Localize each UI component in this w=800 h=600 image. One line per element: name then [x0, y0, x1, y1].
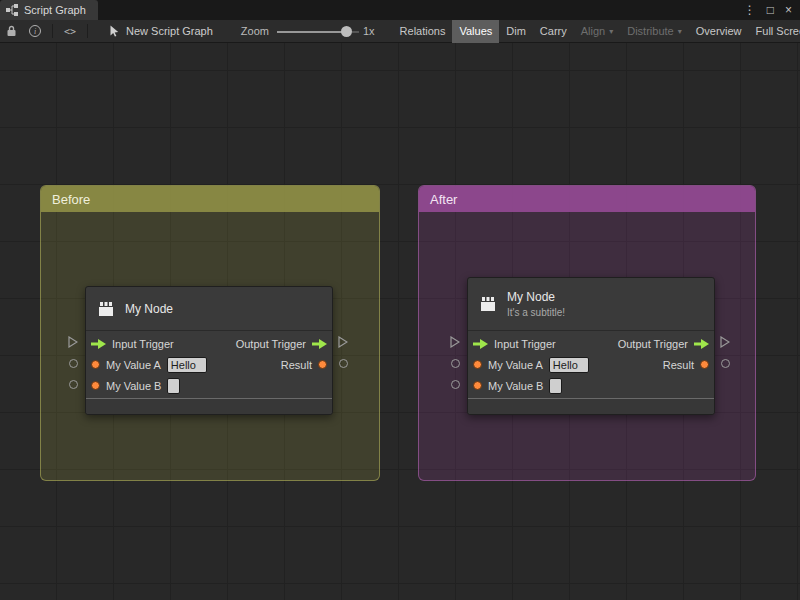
group-title: After	[430, 192, 457, 207]
toolbar-separator	[87, 24, 88, 38]
tab-script-graph[interactable]: Script Graph	[0, 0, 98, 20]
align-button[interactable]: Align ▾	[574, 20, 620, 43]
port-label: Output Trigger	[236, 338, 306, 350]
external-value-port-icon[interactable]	[451, 380, 460, 389]
port-label: My Value A	[106, 359, 161, 371]
trigger-output-port-icon[interactable]	[694, 339, 709, 349]
kebab-menu-icon[interactable]: ⋮	[744, 4, 756, 16]
dropdown-caret-icon: ▾	[609, 27, 613, 36]
node-port-rows: Input Trigger Output Trigger My Value A	[86, 331, 332, 398]
node-my-node-after[interactable]: My Node It's a subtitle! Input Trigger O…	[467, 277, 715, 415]
value-a-field[interactable]	[549, 357, 589, 373]
fullscreen-button[interactable]: Full Screen	[749, 20, 800, 43]
external-trigger-port-icon[interactable]	[450, 336, 460, 348]
port-row-value-b: My Value B	[86, 375, 332, 396]
external-trigger-port-icon[interactable]	[338, 336, 348, 348]
dim-button[interactable]: Dim	[499, 20, 533, 43]
node-footer	[468, 398, 714, 414]
graph-breadcrumb[interactable]: New Script Graph	[109, 25, 213, 37]
value-b-field[interactable]	[549, 378, 562, 394]
node-subtitle: It's a subtitle!	[507, 307, 565, 318]
port-label: Result	[281, 359, 312, 371]
node-my-node-before[interactable]: My Node Input Trigger Output Trigger	[85, 286, 333, 415]
external-value-port-icon[interactable]	[339, 359, 348, 368]
group-before-header[interactable]: Before	[41, 186, 379, 212]
code-icon[interactable]: <>	[58, 20, 82, 43]
value-b-field[interactable]	[167, 378, 180, 394]
pointer-icon	[109, 25, 120, 37]
carry-button[interactable]: Carry	[533, 20, 574, 43]
external-value-port-icon[interactable]	[451, 359, 460, 368]
zoom-slider[interactable]	[277, 20, 359, 43]
distribute-button[interactable]: Distribute ▾	[620, 20, 688, 43]
maximize-icon[interactable]: □	[767, 4, 774, 16]
dropdown-caret-icon: ▾	[678, 27, 682, 36]
zoom-slider-fill	[277, 31, 345, 33]
port-row-trigger: Input Trigger Output Trigger	[86, 333, 332, 354]
tab-title: Script Graph	[24, 4, 86, 16]
external-value-port-icon[interactable]	[69, 380, 78, 389]
port-row-value-a: My Value A Result	[86, 354, 332, 375]
zoom-control: Zoom 1x	[241, 20, 393, 43]
script-graph-icon	[6, 4, 18, 16]
graph-name-label: New Script Graph	[126, 25, 213, 37]
port-label: Input Trigger	[112, 338, 174, 350]
overview-button[interactable]: Overview	[689, 20, 749, 43]
external-value-port-icon[interactable]	[721, 359, 730, 368]
node-title: My Node	[507, 290, 565, 304]
port-label: Input Trigger	[494, 338, 556, 350]
port-label: Result	[663, 359, 694, 371]
port-row-value-a: My Value A Result	[468, 354, 714, 375]
value-output-port-icon[interactable]	[700, 360, 709, 369]
relations-button[interactable]: Relations	[393, 20, 453, 43]
zoom-slider-knob[interactable]	[341, 26, 352, 37]
values-button[interactable]: Values	[452, 20, 499, 43]
info-icon[interactable]: i	[23, 20, 47, 43]
external-trigger-port-icon[interactable]	[720, 336, 730, 348]
value-input-port-icon[interactable]	[473, 360, 482, 369]
node-icon	[478, 294, 498, 314]
trigger-output-port-icon[interactable]	[312, 339, 327, 349]
toolbar-separator	[52, 24, 53, 38]
close-icon[interactable]: ×	[785, 4, 792, 16]
graph-canvas[interactable]: Before My Node Input Trigger	[0, 43, 800, 600]
window-tab-bar: Script Graph ⋮ □ ×	[0, 0, 800, 20]
node-header[interactable]: My Node It's a subtitle!	[468, 278, 714, 331]
port-label: My Value B	[488, 380, 543, 392]
value-input-port-icon[interactable]	[473, 381, 482, 390]
lock-icon[interactable]	[0, 20, 23, 43]
port-label: My Value A	[488, 359, 543, 371]
node-port-rows: Input Trigger Output Trigger My Value A	[468, 331, 714, 398]
zoom-value: 1x	[363, 25, 375, 37]
zoom-label: Zoom	[241, 25, 269, 37]
group-title: Before	[52, 192, 90, 207]
value-a-field[interactable]	[167, 357, 207, 373]
trigger-input-port-icon[interactable]	[91, 339, 106, 349]
node-title: My Node	[125, 302, 173, 316]
value-input-port-icon[interactable]	[91, 381, 100, 390]
group-after-header[interactable]: After	[419, 186, 755, 212]
trigger-input-port-icon[interactable]	[473, 339, 488, 349]
node-header[interactable]: My Node	[86, 287, 332, 331]
port-row-trigger: Input Trigger Output Trigger	[468, 333, 714, 354]
node-footer	[86, 398, 332, 414]
external-trigger-port-icon[interactable]	[68, 336, 78, 348]
value-input-port-icon[interactable]	[91, 360, 100, 369]
port-label: Output Trigger	[618, 338, 688, 350]
node-icon	[96, 299, 116, 319]
external-value-port-icon[interactable]	[69, 359, 78, 368]
port-label: My Value B	[106, 380, 161, 392]
graph-toolbar: i <> New Script Graph Zoom 1x Relations …	[0, 20, 800, 43]
port-row-value-b: My Value B	[468, 375, 714, 396]
value-output-port-icon[interactable]	[318, 360, 327, 369]
